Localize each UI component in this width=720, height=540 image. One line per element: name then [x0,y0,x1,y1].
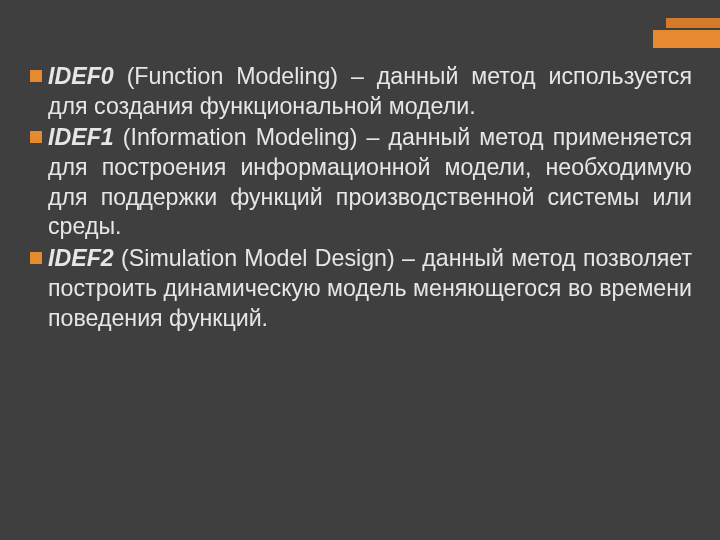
content-area: IDEF0 (Function Modeling) – данный метод… [30,62,692,335]
description: (Function Modeling) – данный метод испол… [48,63,692,119]
list-item: IDEF2 (Simulation Model Design) – данный… [30,244,692,333]
slide: IDEF0 (Function Modeling) – данный метод… [0,0,720,540]
bullet-text: IDEF1 (Information Modeling) – данный ме… [48,123,692,242]
accent-bar-top [666,18,720,28]
term: IDEF0 [48,63,114,89]
corner-accent [653,18,720,48]
description: (Information Modeling) – данный метод пр… [48,124,692,239]
bullet-text: IDEF2 (Simulation Model Design) – данный… [48,244,692,333]
square-bullet-icon [30,131,42,143]
description: (Simulation Model Design) – данный метод… [48,245,692,330]
accent-bar-bottom [653,30,720,48]
bullet-text: IDEF0 (Function Modeling) – данный метод… [48,62,692,121]
term: IDEF2 [48,245,114,271]
square-bullet-icon [30,70,42,82]
square-bullet-icon [30,252,42,264]
list-item: IDEF1 (Information Modeling) – данный ме… [30,123,692,242]
term: IDEF1 [48,124,114,150]
list-item: IDEF0 (Function Modeling) – данный метод… [30,62,692,121]
